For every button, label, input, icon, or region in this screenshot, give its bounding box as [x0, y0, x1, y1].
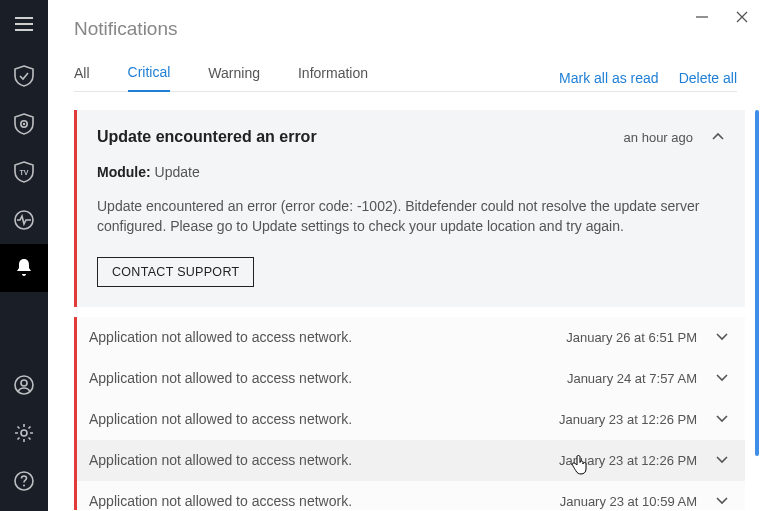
- notification-row-time: January 23 at 12:26 PM: [559, 453, 697, 468]
- sidebar-item-help[interactable]: [0, 457, 48, 505]
- notification-body: Update encountered an error (error code:…: [97, 196, 725, 237]
- sidebar-item-settings[interactable]: [0, 409, 48, 457]
- notification-time: an hour ago: [624, 130, 693, 145]
- hamburger-icon[interactable]: [0, 6, 48, 42]
- notification-row-title: Application not allowed to access networ…: [89, 329, 352, 345]
- tab-critical[interactable]: Critical: [128, 64, 171, 92]
- notification-row[interactable]: Application not allowed to access networ…: [74, 481, 745, 510]
- sidebar-item-privacy[interactable]: [0, 100, 48, 148]
- notification-row[interactable]: Application not allowed to access networ…: [74, 440, 745, 481]
- mark-all-read-link[interactable]: Mark all as read: [559, 70, 659, 86]
- tab-warning[interactable]: Warning: [208, 65, 260, 91]
- svg-point-5: [21, 380, 27, 386]
- module-label: Module:: [97, 164, 151, 180]
- tab-information[interactable]: Information: [298, 65, 368, 91]
- sidebar-item-account[interactable]: [0, 361, 48, 409]
- chevron-down-icon[interactable]: [715, 496, 729, 506]
- notification-title: Update encountered an error: [97, 128, 317, 146]
- svg-point-1: [23, 123, 25, 125]
- notification-row-time: January 24 at 7:57 AM: [567, 371, 697, 386]
- chevron-down-icon[interactable]: [715, 414, 729, 424]
- window-controls: [695, 10, 749, 24]
- notifications-list: Update encountered an error an hour ago …: [74, 110, 763, 510]
- tab-all[interactable]: All: [74, 65, 90, 91]
- delete-all-link[interactable]: Delete all: [679, 70, 737, 86]
- chevron-down-icon[interactable]: [715, 373, 729, 383]
- content-area: Notifications All Critical Warning Infor…: [48, 0, 763, 511]
- notification-card-expanded[interactable]: Update encountered an error an hour ago …: [74, 110, 745, 307]
- notification-row[interactable]: Application not allowed to access networ…: [74, 399, 745, 440]
- notification-row-title: Application not allowed to access networ…: [89, 370, 352, 386]
- page-title: Notifications: [74, 18, 763, 40]
- sidebar-item-utilities[interactable]: TV: [0, 148, 48, 196]
- notification-row-title: Application not allowed to access networ…: [89, 411, 352, 427]
- chevron-down-icon[interactable]: [715, 332, 729, 342]
- sidebar-item-notifications[interactable]: [0, 244, 48, 292]
- notification-row-title: Application not allowed to access networ…: [89, 493, 352, 509]
- minimize-icon[interactable]: [695, 10, 709, 24]
- notification-row-time: January 23 at 12:26 PM: [559, 412, 697, 427]
- notification-row-title: Application not allowed to access networ…: [89, 452, 352, 468]
- notification-row[interactable]: Application not allowed to access networ…: [74, 358, 745, 399]
- sidebar-item-protection[interactable]: [0, 52, 48, 100]
- scrollbar[interactable]: [755, 110, 759, 456]
- tabs-row: All Critical Warning Information Mark al…: [74, 64, 737, 92]
- sidebar: TV: [0, 0, 48, 511]
- sidebar-item-activity[interactable]: [0, 196, 48, 244]
- svg-point-6: [21, 430, 27, 436]
- svg-point-8: [23, 485, 25, 487]
- chevron-up-icon[interactable]: [711, 132, 725, 142]
- notification-row-time: January 26 at 6:51 PM: [566, 330, 697, 345]
- notification-row[interactable]: Application not allowed to access networ…: [74, 317, 745, 358]
- notification-module: Module: Update: [97, 164, 725, 180]
- close-icon[interactable]: [735, 10, 749, 24]
- svg-text:TV: TV: [20, 169, 29, 176]
- contact-support-button[interactable]: CONTACT SUPPORT: [97, 257, 254, 287]
- chevron-down-icon[interactable]: [715, 455, 729, 465]
- notification-row-time: January 23 at 10:59 AM: [560, 494, 697, 509]
- module-value: Update: [155, 164, 200, 180]
